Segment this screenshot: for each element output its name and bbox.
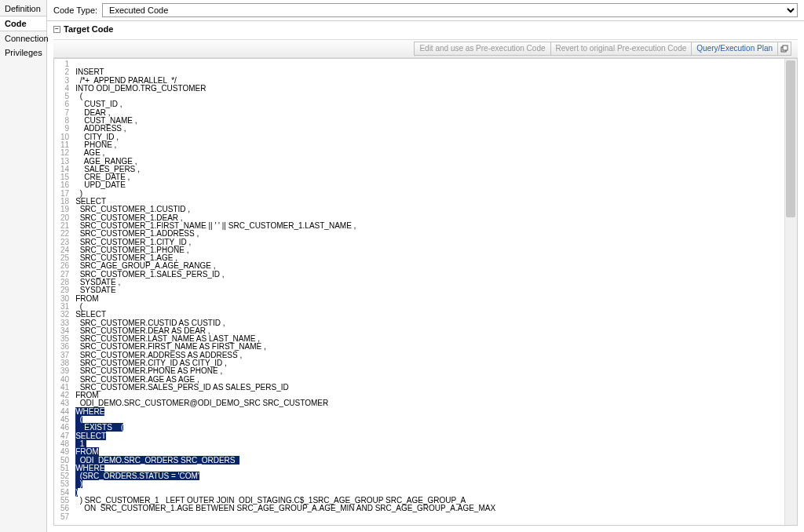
code-text[interactable]: INSERT /*+ APPEND PARALLEL */ INTO ODI_D… <box>72 60 495 521</box>
code-type-bar: Code Type: Executed Code <box>47 0 804 21</box>
code-toolbar: Edit and use as Pre-execution Code Rever… <box>53 39 798 58</box>
sidebar-item-definition[interactable]: Definition <box>0 2 46 16</box>
code-editor[interactable]: 1 2 3 4 5 6 7 8 9 10 11 12 13 14 15 16 1… <box>53 58 798 526</box>
code-type-label: Code Type: <box>53 5 97 15</box>
code-type-select[interactable]: Executed Code <box>102 3 798 17</box>
sidebar-item-connection[interactable]: Connection <box>0 31 46 46</box>
sidebar: Definition Code Connection Privileges <box>0 0 47 532</box>
sidebar-item-code[interactable]: Code <box>0 16 46 31</box>
section-title: Target Code <box>64 24 113 34</box>
revert-preexec-button: Revert to original Pre-execution Code <box>550 42 693 56</box>
query-plan-button[interactable]: Query/Execution Plan <box>691 42 778 56</box>
target-code-header[interactable]: − Target Code <box>47 21 804 38</box>
content-area: Code Type: Executed Code − Target Code E… <box>47 0 804 532</box>
collapse-icon[interactable]: − <box>53 26 60 33</box>
vertical-scrollbar[interactable] <box>784 59 797 525</box>
detach-icon[interactable] <box>777 42 791 56</box>
line-gutter: 1 2 3 4 5 6 7 8 9 10 11 12 13 14 15 16 1… <box>54 60 72 521</box>
edit-preexec-button: Edit and use as Pre-execution Code <box>414 42 550 56</box>
sidebar-item-privileges[interactable]: Privileges <box>0 46 46 60</box>
svg-rect-1 <box>783 46 788 50</box>
scrollbar-thumb[interactable] <box>786 60 795 217</box>
